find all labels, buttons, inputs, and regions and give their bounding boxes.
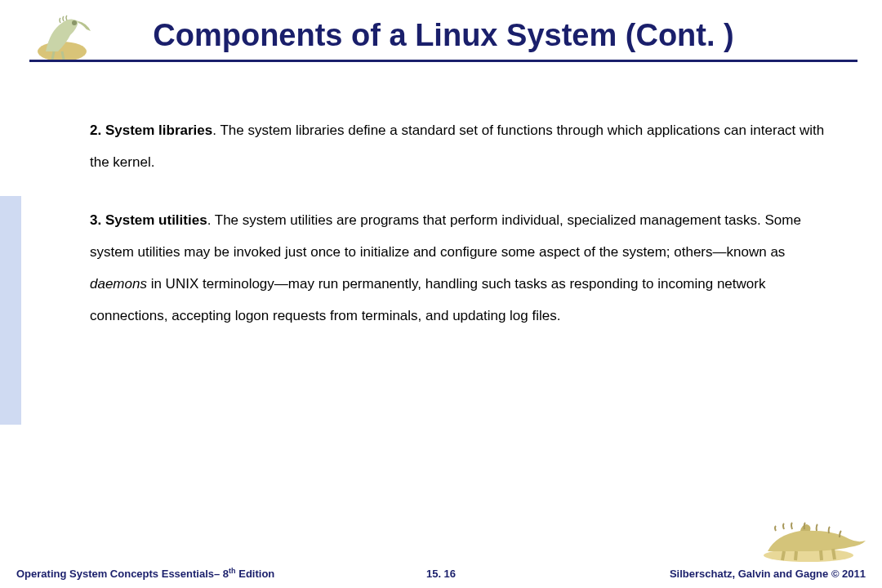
dinosaur-logo-bottom [743,506,874,564]
para2-part2: in UNIX terminology—may run permanently,… [90,276,765,323]
left-accent-strip [0,196,21,425]
slide-footer: Operating System Concepts Essentials– 8t… [0,560,882,580]
para2-lead: 3. System utilities [90,212,207,228]
slide-title: Components of a Linux System (Cont. ) [29,18,858,60]
footer-book-title: Operating System Concepts Essentials– 8t… [16,567,274,580]
title-underline [29,60,858,62]
para2-italic: daemons [90,276,147,292]
paragraph-system-utilities: 3. System utilities. The system utilitie… [90,204,833,332]
slide-body: 2. System libraries. The system librarie… [90,114,833,359]
footer-left-b: Edition [236,568,275,580]
footer-slide-number: 15. 16 [426,568,456,580]
footer-left-a: Operating System Concepts Essentials– 8 [16,568,229,580]
paragraph-system-libraries: 2. System libraries. The system librarie… [90,114,833,178]
footer-copyright: Silberschatz, Galvin and Gagne © 2011 [670,568,866,580]
para1-lead: 2. System libraries [90,122,212,138]
slide-header: Components of a Linux System (Cont. ) [29,18,858,62]
footer-left-sup: th [229,567,236,575]
